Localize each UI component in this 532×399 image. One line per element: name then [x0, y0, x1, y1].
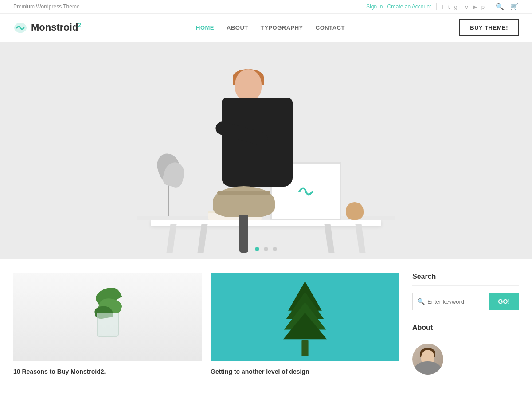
blog-card-1: 10 Reasons to Buy Monstroid2.	[13, 273, 202, 388]
top-bar-right: Sign In Create an Account f t g+ v ▶ p 🔍…	[366, 3, 519, 11]
youtube-icon[interactable]: ▶	[473, 4, 477, 10]
plant-image	[13, 273, 202, 361]
slider-dot-3[interactable]	[273, 247, 277, 251]
hero-scene	[142, 49, 390, 253]
logo-text: Monstroid2	[31, 22, 82, 33]
desk-leg-right	[356, 224, 366, 253]
top-bar-actions: 🔍 🛒	[496, 3, 519, 11]
about-section-title: About	[412, 324, 519, 336]
slider-dot-2[interactable]	[264, 247, 268, 251]
top-bar: Premium Wordpress Theme Sign In Create a…	[0, 0, 532, 14]
vimeo-icon[interactable]: v	[465, 4, 468, 10]
main-nav: HOME ABOUT TYPOGRAPHY CONTACT	[196, 24, 345, 31]
facebook-icon[interactable]: f	[442, 4, 444, 10]
nav-typography[interactable]: TYPOGRAPHY	[261, 24, 303, 31]
googleplus-icon[interactable]: g+	[454, 4, 461, 10]
desk-leg-right2	[325, 224, 335, 253]
create-account-link[interactable]: Create an Account	[387, 4, 431, 10]
nav-contact[interactable]: CONTACT	[316, 24, 345, 31]
blog-card-image-1	[13, 273, 202, 361]
hero-vase	[346, 202, 364, 220]
search-go-button[interactable]: GO!	[489, 293, 519, 310]
avatar-body	[415, 361, 441, 375]
search-box: 🔍 GO!	[412, 293, 519, 310]
hero-image	[0, 42, 532, 259]
blog-card-image-2	[211, 273, 399, 361]
chair-leg	[239, 215, 248, 253]
search-input-wrapper: 🔍	[412, 293, 489, 310]
top-bar-links: Sign In Create an Account	[366, 4, 431, 10]
tree-svg	[278, 277, 332, 357]
nav-home[interactable]: HOME	[196, 24, 214, 31]
logo[interactable]: Monstroid2	[13, 22, 82, 34]
glass-vase	[92, 297, 123, 337]
header: Monstroid2 HOME ABOUT TYPOGRAPHY CONTACT…	[0, 14, 532, 42]
hero-desk	[151, 220, 381, 226]
blog-posts: 10 Reasons to Buy Monstroid2. Get	[13, 273, 399, 388]
tree-image	[211, 273, 399, 361]
chair-back	[217, 191, 270, 195]
search-icon[interactable]: 🔍	[496, 3, 504, 11]
glass-body	[97, 313, 119, 337]
cart-icon[interactable]: 🛒	[510, 3, 519, 11]
search-icon: 🔍	[417, 298, 425, 305]
blog-card-title-1: 10 Reasons to Buy Monstroid2.	[13, 368, 202, 376]
buy-theme-button[interactable]: BUY THEME!	[459, 19, 519, 36]
signin-link[interactable]: Sign In	[366, 4, 383, 10]
svg-rect-0	[301, 340, 308, 356]
blog-card-2: Getting to another level of design	[211, 273, 399, 388]
desk-leg-left2	[198, 224, 208, 253]
hero-plant	[151, 149, 186, 220]
slider-dots	[255, 247, 277, 251]
twitter-icon[interactable]: t	[448, 4, 450, 10]
person-head	[235, 69, 262, 100]
hero-slider	[0, 42, 532, 259]
divider2	[490, 3, 490, 10]
pinterest-icon[interactable]: p	[481, 4, 485, 10]
sidebar-about-section: About	[412, 324, 519, 375]
main-content: 10 Reasons to Buy Monstroid2. Get	[0, 259, 532, 399]
slider-dot-1[interactable]	[255, 247, 259, 251]
blog-card-title-2: Getting to another level of design	[211, 368, 399, 376]
sidebar-search-section: Search 🔍 GO!	[412, 273, 519, 310]
divider	[436, 3, 437, 10]
nav-about[interactable]: ABOUT	[227, 24, 248, 31]
search-input[interactable]	[427, 298, 485, 305]
about-avatar	[412, 344, 443, 375]
tagline: Premium Wordpress Theme	[13, 4, 80, 10]
social-icons: f t g+ v ▶ p	[442, 4, 485, 10]
logo-icon	[13, 22, 27, 34]
desk-leg-left	[167, 224, 177, 253]
search-section-title: Search	[412, 273, 519, 286]
sidebar: Search 🔍 GO! About	[412, 273, 519, 388]
